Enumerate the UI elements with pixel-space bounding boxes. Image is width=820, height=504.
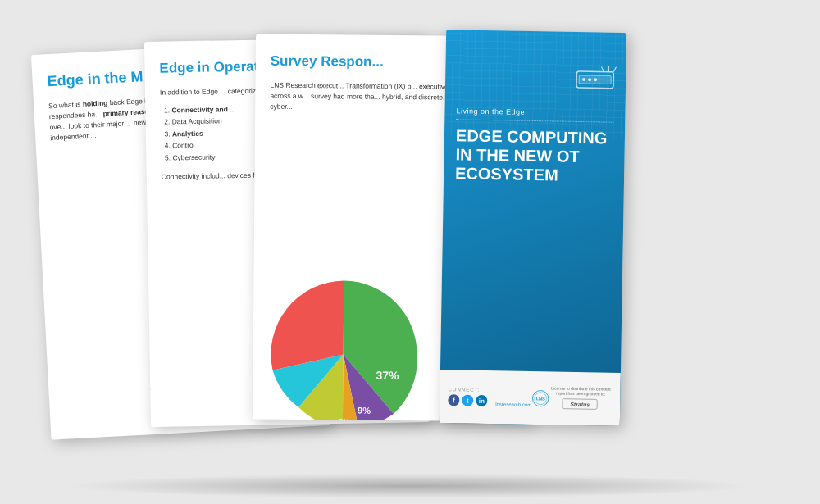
svg-line-10 xyxy=(613,66,616,71)
linkedin-icon[interactable]: in xyxy=(476,394,487,406)
stratus-logo: Stratus xyxy=(562,397,599,412)
connect-label: CONNECT: xyxy=(448,387,531,393)
lns-logo: LNS xyxy=(531,382,549,413)
stratus-label: License to distribute this concept repor… xyxy=(549,384,613,395)
document-stack: Edge in the M So what is holding back Ed… xyxy=(41,23,779,482)
cover-footer: CONNECT: f t in lnsresearch.com LNS xyxy=(440,370,621,426)
page-4-cover: Living on the Edge EDGE COMPUTING IN THE… xyxy=(440,30,626,426)
cover-footer-left: CONNECT: f t in lnsresearch.com xyxy=(448,387,531,407)
svg-text:LNS: LNS xyxy=(535,395,545,400)
twitter-icon[interactable]: t xyxy=(462,394,473,406)
svg-line-8 xyxy=(601,66,604,71)
svg-text:Stratus: Stratus xyxy=(570,401,590,406)
svg-text:9%: 9% xyxy=(358,405,371,415)
svg-text:37%: 37% xyxy=(376,368,399,381)
website-link[interactable]: lnsresearch.com xyxy=(495,402,531,407)
pie-chart: 37% 9% 5% xyxy=(261,271,426,421)
social-icons: f t in xyxy=(448,394,487,406)
router-icon xyxy=(572,64,618,93)
stratus-badge: License to distribute this concept repor… xyxy=(549,384,613,411)
facebook-icon[interactable]: f xyxy=(448,394,459,406)
